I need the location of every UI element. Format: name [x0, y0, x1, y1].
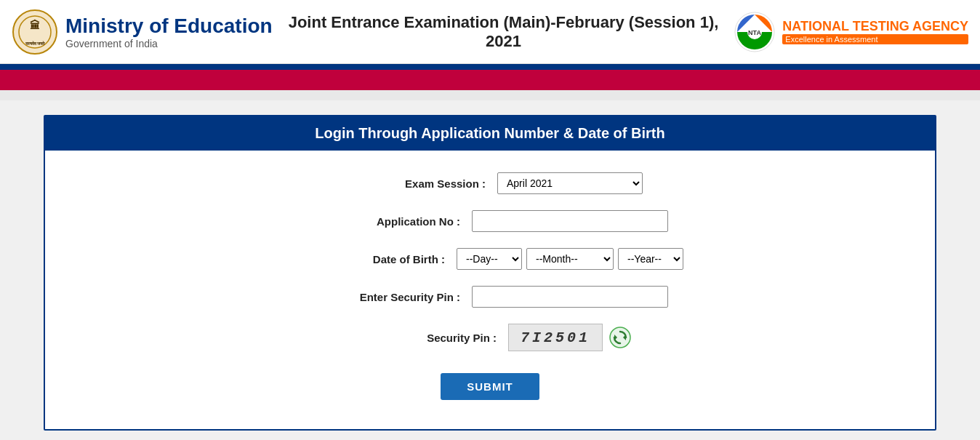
svg-text:NTA: NTA — [748, 29, 761, 36]
captcha-display: 7I2501 — [508, 324, 632, 351]
dob-group: --Day-- --Month-- --Year-- — [457, 248, 683, 270]
dob-label: Date of Birth : — [297, 253, 457, 265]
india-emblem-icon: 🏛 सत्यमेव जयते — [12, 9, 58, 55]
nta-text-block: NATIONAL TESTING AGENCY Excellence in As… — [782, 19, 968, 45]
exam-session-select[interactable]: April 2021 February 2021 May 2021 — [497, 172, 643, 194]
exam-session-label: Exam Session : — [337, 177, 497, 190]
security-pin-input-label: Enter Security Pin : — [312, 291, 472, 303]
form-card-title: Login Through Application Number & Date … — [45, 116, 935, 151]
ministry-section: 🏛 सत्यमेव जयते Ministry of Education Gov… — [12, 9, 273, 55]
nta-tagline: Excellence in Assessment — [782, 34, 968, 44]
captcha-image: 7I2501 — [508, 324, 603, 351]
nta-section: NTA NATIONAL TESTING AGENCY Excellence i… — [734, 12, 968, 52]
dob-year-select[interactable]: --Year-- — [618, 248, 683, 270]
submit-row: SUBMIT — [74, 373, 906, 400]
nta-logo-icon: NTA — [734, 12, 775, 52]
page-header: 🏛 सत्यमेव जयते Ministry of Education Gov… — [0, 0, 980, 64]
ministry-text-block: Ministry of Education Government of Indi… — [65, 14, 273, 50]
security-pin-input[interactable] — [472, 286, 668, 308]
login-form-card: Login Through Application Number & Date … — [44, 115, 936, 431]
ministry-sub: Government of India — [65, 38, 273, 49]
application-no-label: Application No : — [312, 215, 472, 228]
dob-day-select[interactable]: --Day-- — [457, 248, 522, 270]
pink-bar — [0, 70, 980, 90]
dob-month-select[interactable]: --Month-- — [526, 248, 614, 270]
security-pin-captcha-row: Security Pin : 7I2501 — [74, 324, 906, 351]
application-no-row: Application No : — [74, 210, 906, 232]
security-pin-input-row: Enter Security Pin : — [74, 286, 906, 308]
blue-bar — [0, 64, 980, 70]
application-no-input[interactable] — [472, 210, 668, 232]
svg-text:सत्यमेव जयते: सत्यमेव जयते — [25, 41, 46, 46]
submit-button[interactable]: SUBMIT — [441, 373, 539, 400]
exam-session-row: Exam Session : April 2021 February 2021 … — [74, 172, 906, 194]
nta-name: NATIONAL TESTING AGENCY — [782, 19, 968, 35]
main-content: Login Through Application Number & Date … — [0, 100, 980, 440]
light-bar — [0, 90, 980, 100]
svg-point-7 — [610, 327, 630, 348]
svg-text:🏛: 🏛 — [30, 19, 40, 31]
form-body: Exam Session : April 2021 February 2021 … — [45, 151, 935, 429]
refresh-captcha-icon[interactable] — [609, 326, 632, 349]
exam-title: Joint Entrance Examination (Main)-Februa… — [273, 13, 735, 51]
ministry-name: Ministry of Education — [65, 14, 273, 39]
dob-row: Date of Birth : --Day-- --Month-- --Year… — [74, 248, 906, 270]
security-pin-label: Security Pin : — [348, 332, 508, 344]
exam-title-section: Joint Entrance Examination (Main)-Februa… — [273, 13, 735, 51]
